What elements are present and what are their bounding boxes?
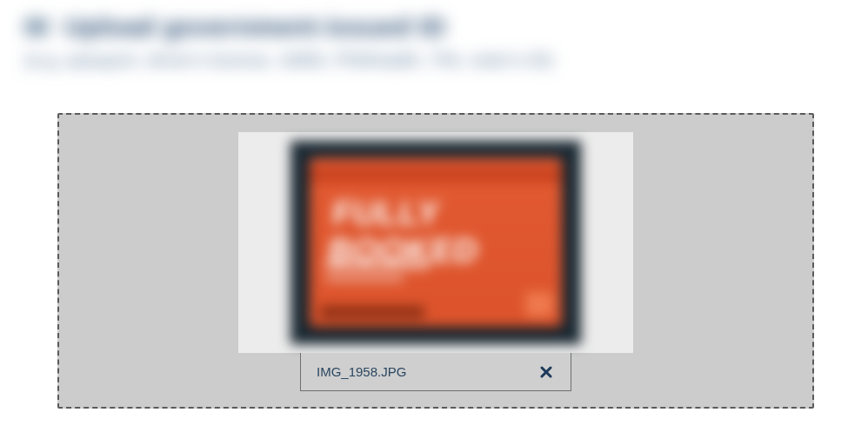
upload-id-section: Upload government-issued ID (e.g. passpo… bbox=[0, 0, 868, 439]
section-subtitle: (e.g. passport, driver's license, UMID, … bbox=[24, 50, 553, 70]
uploaded-file-bar: IMG_1958.JPG bbox=[300, 353, 571, 391]
close-icon bbox=[540, 366, 552, 378]
thumbnail-frame: FULLY BOOKED bbox=[238, 132, 633, 353]
uploaded-file-preview: FULLY BOOKED bbox=[238, 132, 633, 353]
card-preview-text: FULLY BOOKED bbox=[326, 195, 565, 269]
section-header: Upload government-issued ID (e.g. passpo… bbox=[24, 12, 553, 70]
id-card-photo: FULLY BOOKED bbox=[290, 141, 581, 344]
section-badge bbox=[24, 18, 49, 36]
file-dropzone[interactable]: FULLY BOOKED IMG_1958.JPG bbox=[57, 113, 814, 409]
section-title: Upload government-issued ID bbox=[64, 12, 446, 42]
remove-file-button[interactable] bbox=[537, 363, 555, 381]
uploaded-file-name: IMG_1958.JPG bbox=[317, 364, 406, 379]
